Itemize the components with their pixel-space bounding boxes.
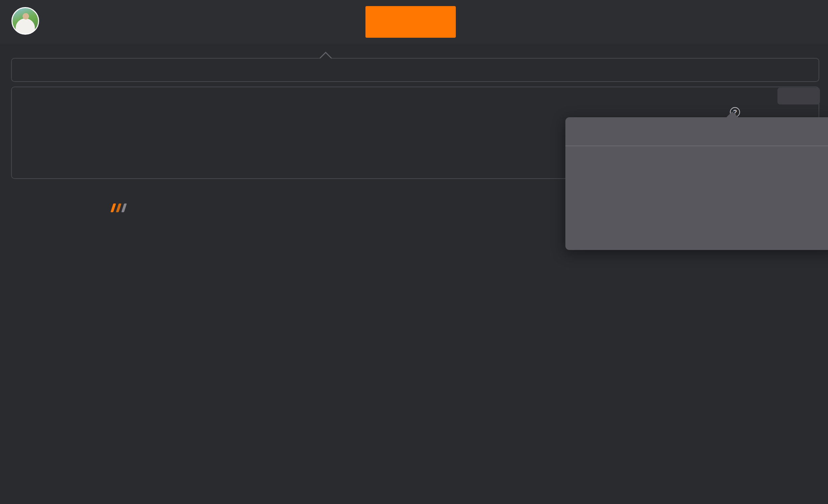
dashboard-page: ?: [0, 0, 828, 504]
more-quotes-button[interactable]: [777, 88, 820, 104]
avatar[interactable]: [11, 7, 39, 35]
price-estimate-popup: [565, 117, 828, 250]
section-title-ticks: [112, 203, 125, 212]
popup-divider: [565, 146, 828, 146]
nav-tab-data-overview[interactable]: [365, 6, 456, 38]
trend-chart[interactable]: [0, 337, 828, 504]
sub-tab-bar: [11, 58, 819, 82]
app-header: [0, 0, 828, 44]
